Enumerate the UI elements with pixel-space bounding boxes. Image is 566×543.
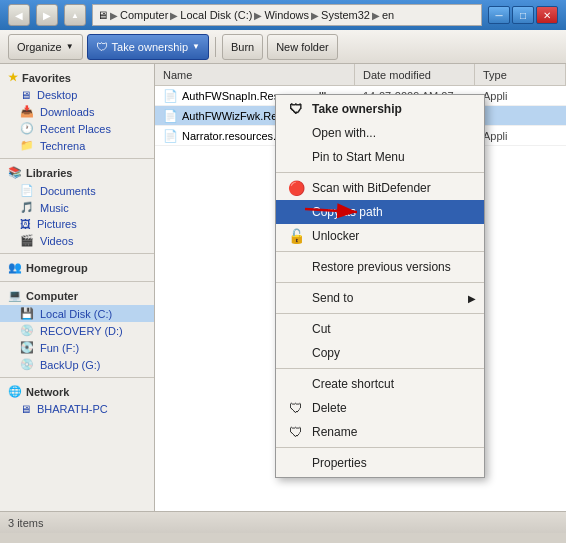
copy-icon — [288, 345, 304, 361]
ctx-separator-1 — [276, 172, 484, 173]
properties-icon — [288, 455, 304, 471]
copy-path-icon — [288, 204, 304, 220]
window-controls: ─ □ ✕ — [488, 6, 558, 24]
sidebar-item-local-disk[interactable]: 💾 Local Disk (C:) — [0, 305, 154, 322]
sidebar-divider-2 — [0, 253, 154, 254]
computer-header: 💻 Computer — [0, 286, 154, 305]
take-ownership-button[interactable]: 🛡 Take ownership ▼ — [87, 34, 209, 60]
sidebar-item-pictures[interactable]: 🖼 Pictures — [0, 216, 154, 232]
sidebar-item-recovery[interactable]: 💿 RECOVERY (D:) — [0, 322, 154, 339]
sidebar-divider-1 — [0, 158, 154, 159]
sidebar-divider-3 — [0, 281, 154, 282]
ctx-take-ownership[interactable]: 🛡 Take ownership — [276, 97, 484, 121]
ctx-pin-to-start[interactable]: Pin to Start Menu — [276, 145, 484, 169]
sidebar-item-bharath-pc[interactable]: 🖥 BHARATH-PC — [0, 401, 154, 417]
toolbar-separator — [215, 37, 216, 57]
organize-dropdown-icon: ▼ — [66, 42, 74, 51]
ctx-separator-3 — [276, 282, 484, 283]
burn-button[interactable]: Burn — [222, 34, 263, 60]
cut-icon — [288, 321, 304, 337]
take-ownership-dropdown-icon: ▼ — [192, 42, 200, 51]
close-button[interactable]: ✕ — [536, 6, 558, 24]
organize-label: Organize — [17, 41, 62, 53]
file-icon: 📄 — [163, 89, 178, 103]
recovery-icon: 💿 — [20, 324, 34, 337]
file-list: Name Date modified Type 📄 AuthFWSnapIn.R… — [155, 64, 566, 511]
sidebar-item-videos[interactable]: 🎬 Videos — [0, 232, 154, 249]
ctx-restore-previous[interactable]: Restore previous versions — [276, 255, 484, 279]
homegroup-section: 👥 Homegroup — [0, 258, 154, 277]
burn-label: Burn — [231, 41, 254, 53]
ctx-cut[interactable]: Cut — [276, 317, 484, 341]
sidebar-item-fun[interactable]: 💽 Fun (F:) — [0, 339, 154, 356]
file-icon: 📄 — [163, 109, 178, 123]
computer-icon: 💻 — [8, 289, 22, 302]
homegroup-header: 👥 Homegroup — [0, 258, 154, 277]
ctx-separator-4 — [276, 313, 484, 314]
restore-icon — [288, 259, 304, 275]
address-bar[interactable]: 🖥 ▶ Computer ▶ Local Disk (C:) ▶ Windows… — [92, 4, 482, 26]
submenu-arrow-icon: ▶ — [468, 293, 476, 304]
ctx-create-shortcut[interactable]: Create shortcut — [276, 372, 484, 396]
file-type: Appli — [475, 90, 566, 102]
ctx-delete[interactable]: 🛡 Delete — [276, 396, 484, 420]
delete-icon: 🛡 — [288, 400, 304, 416]
sidebar-item-techrena[interactable]: 📁 Techrena — [0, 137, 154, 154]
take-ownership-icon: 🛡 — [288, 101, 304, 117]
forward-button[interactable]: ▶ — [36, 4, 58, 26]
favorites-section: ★ Favorites 🖥 Desktop 📥 Downloads 🕐 Rece… — [0, 68, 154, 154]
favorites-header: ★ Favorites — [0, 68, 154, 87]
sidebar-item-desktop[interactable]: 🖥 Desktop — [0, 87, 154, 103]
maximize-button[interactable]: □ — [512, 6, 534, 24]
computer-section: 💻 Computer 💾 Local Disk (C:) 💿 RECOVERY … — [0, 286, 154, 373]
rename-icon: 🛡 — [288, 424, 304, 440]
col-header-name[interactable]: Name — [155, 64, 355, 85]
ctx-properties[interactable]: Properties — [276, 451, 484, 475]
backup-icon: 💿 — [20, 358, 34, 371]
col-header-date[interactable]: Date modified — [355, 64, 475, 85]
ctx-send-to[interactable]: Send to ▶ — [276, 286, 484, 310]
ctx-copy[interactable]: Copy — [276, 341, 484, 365]
send-to-icon — [288, 290, 304, 306]
file-list-header: Name Date modified Type — [155, 64, 566, 86]
file-name: Narrator.resources.dll — [182, 130, 287, 142]
organize-button[interactable]: Organize ▼ — [8, 34, 83, 60]
pictures-icon: 🖼 — [20, 218, 31, 230]
downloads-icon: 📥 — [20, 105, 34, 118]
ctx-scan-bitdefender[interactable]: 🔴 Scan with BitDefender — [276, 176, 484, 200]
main-layout: ★ Favorites 🖥 Desktop 📥 Downloads 🕐 Rece… — [0, 64, 566, 511]
new-folder-button[interactable]: New folder — [267, 34, 338, 60]
desktop-icon: 🖥 — [20, 89, 31, 101]
star-icon: ★ — [8, 71, 18, 84]
minimize-button[interactable]: ─ — [488, 6, 510, 24]
file-type: Appli — [475, 130, 566, 142]
local-disk-icon: 💾 — [20, 307, 34, 320]
col-header-type[interactable]: Type — [475, 64, 566, 85]
sidebar-item-recent-places[interactable]: 🕐 Recent Places — [0, 120, 154, 137]
sidebar-item-downloads[interactable]: 📥 Downloads — [0, 103, 154, 120]
network-header: 🌐 Network — [0, 382, 154, 401]
unlocker-icon: 🔓 — [288, 228, 304, 244]
sidebar-divider-4 — [0, 377, 154, 378]
ctx-rename[interactable]: 🛡 Rename — [276, 420, 484, 444]
sidebar-item-backup[interactable]: 💿 BackUp (G:) — [0, 356, 154, 373]
videos-icon: 🎬 — [20, 234, 34, 247]
ctx-separator-2 — [276, 251, 484, 252]
toolbar: Organize ▼ 🛡 Take ownership ▼ Burn New f… — [0, 30, 566, 64]
status-bar: 3 items — [0, 511, 566, 533]
file-icon: 📄 — [163, 129, 178, 143]
sidebar-item-documents[interactable]: 📄 Documents — [0, 182, 154, 199]
ctx-copy-as-path[interactable]: Copy as path — [276, 200, 484, 224]
up-button[interactable]: ▲ — [64, 4, 86, 26]
fun-icon: 💽 — [20, 341, 34, 354]
sidebar-item-music[interactable]: 🎵 Music — [0, 199, 154, 216]
ctx-unlocker[interactable]: 🔓 Unlocker — [276, 224, 484, 248]
libraries-section: 📚 Libraries 📄 Documents 🎵 Music 🖼 Pictur… — [0, 163, 154, 249]
new-folder-label: New folder — [276, 41, 329, 53]
network-section: 🌐 Network 🖥 BHARATH-PC — [0, 382, 154, 417]
ctx-open-with[interactable]: Open with... — [276, 121, 484, 145]
back-button[interactable]: ◀ — [8, 4, 30, 26]
music-icon: 🎵 — [20, 201, 34, 214]
take-ownership-label: Take ownership — [112, 41, 188, 53]
network-icon: 🌐 — [8, 385, 22, 398]
